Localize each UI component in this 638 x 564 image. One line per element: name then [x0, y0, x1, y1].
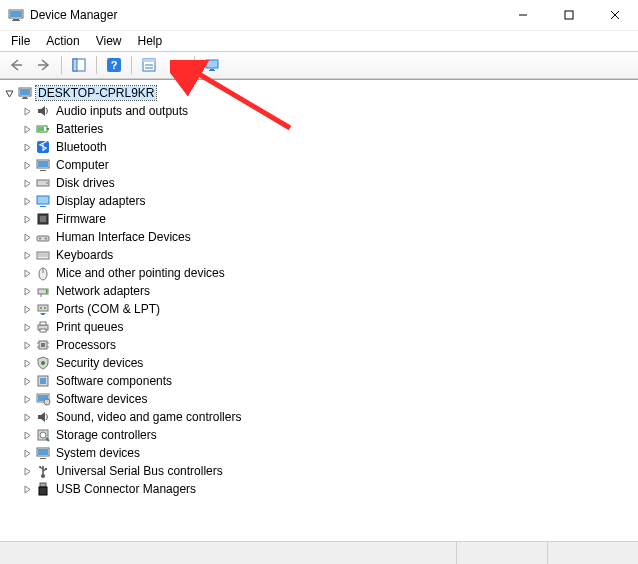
forward-button[interactable]: [31, 53, 57, 77]
expand-collapse-icon[interactable]: [20, 354, 34, 372]
svg-rect-76: [40, 483, 46, 487]
svg-rect-22: [20, 89, 30, 95]
tree-category-node[interactable]: Firmware: [20, 210, 636, 228]
expand-collapse-icon[interactable]: [20, 390, 34, 408]
tree-category-node[interactable]: Display adapters: [20, 192, 636, 210]
tree-category-label[interactable]: Ports (COM & LPT): [54, 302, 162, 316]
tree-category-label[interactable]: Computer: [54, 158, 111, 172]
expand-collapse-icon[interactable]: [20, 228, 34, 246]
system-icon: [35, 445, 51, 461]
svg-rect-34: [37, 196, 49, 204]
expand-collapse-icon[interactable]: [20, 426, 34, 444]
tree-category-label[interactable]: Security devices: [54, 356, 145, 370]
tree-category-node[interactable]: Batteries: [20, 120, 636, 138]
tree-category-label[interactable]: Batteries: [54, 122, 105, 136]
expand-collapse-icon[interactable]: [20, 156, 34, 174]
tree-category-node[interactable]: Mice and other pointing devices: [20, 264, 636, 282]
expand-collapse-icon[interactable]: [20, 300, 34, 318]
network-icon: [35, 283, 51, 299]
tree-category-label[interactable]: Print queues: [54, 320, 125, 334]
expand-collapse-icon[interactable]: [20, 264, 34, 282]
expand-collapse-icon[interactable]: [20, 192, 34, 210]
tree-category-label[interactable]: Firmware: [54, 212, 108, 226]
tree-category-label[interactable]: Storage controllers: [54, 428, 159, 442]
expand-collapse-icon[interactable]: [20, 210, 34, 228]
tree-category-label[interactable]: Disk drives: [54, 176, 117, 190]
tree-category-node[interactable]: System devices: [20, 444, 636, 462]
tree-category-node[interactable]: Sound, video and game controllers: [20, 408, 636, 426]
tree-category-label[interactable]: Human Interface Devices: [54, 230, 193, 244]
tree-category-label[interactable]: Universal Serial Bus controllers: [54, 464, 225, 478]
help-button[interactable]: ?: [101, 53, 127, 77]
expand-collapse-icon[interactable]: [20, 444, 34, 462]
expand-collapse-icon[interactable]: [20, 246, 34, 264]
show-hide-console-tree-button[interactable]: [66, 53, 92, 77]
tree-category-node[interactable]: Storage controllers: [20, 426, 636, 444]
tree-category-label[interactable]: Sound, video and game controllers: [54, 410, 243, 424]
maximize-button[interactable]: [546, 0, 592, 30]
tree-category-node[interactable]: Network adapters: [20, 282, 636, 300]
tree-category-label[interactable]: Display adapters: [54, 194, 147, 208]
tree-category-node[interactable]: Universal Serial Bus controllers: [20, 462, 636, 480]
expand-collapse-icon[interactable]: [20, 138, 34, 156]
expand-collapse-icon[interactable]: [20, 174, 34, 192]
tree-category-node[interactable]: Software components: [20, 372, 636, 390]
tree-category-node[interactable]: Disk drives: [20, 174, 636, 192]
tree-category-label[interactable]: Keyboards: [54, 248, 115, 262]
expand-collapse-icon[interactable]: [2, 84, 16, 102]
tree-category-node[interactable]: Keyboards: [20, 246, 636, 264]
expand-collapse-icon[interactable]: [20, 102, 34, 120]
tree-root-label[interactable]: DESKTOP-CPRL9KR: [36, 86, 156, 100]
properties-button[interactable]: [136, 53, 162, 77]
expand-collapse-icon[interactable]: [20, 480, 34, 498]
svg-rect-31: [40, 170, 46, 171]
tree-category-label[interactable]: Software components: [54, 374, 174, 388]
tree-category-node[interactable]: Computer: [20, 156, 636, 174]
expand-collapse-icon[interactable]: [20, 372, 34, 390]
tree-category-node[interactable]: Security devices: [20, 354, 636, 372]
window-controls: [500, 0, 638, 30]
tree-category-node[interactable]: Processors: [20, 336, 636, 354]
svg-point-72: [41, 474, 45, 478]
tree-category-label[interactable]: Mice and other pointing devices: [54, 266, 227, 280]
tree-category-node[interactable]: Ports (COM & LPT): [20, 300, 636, 318]
tree-category-label[interactable]: Bluetooth: [54, 140, 109, 154]
expand-collapse-icon[interactable]: [20, 336, 34, 354]
svg-rect-5: [565, 11, 573, 19]
expand-collapse-icon[interactable]: [20, 462, 34, 480]
svg-rect-24: [22, 98, 28, 99]
tree-category-node[interactable]: Print queues: [20, 318, 636, 336]
expand-collapse-icon[interactable]: [20, 318, 34, 336]
minimize-button[interactable]: [500, 0, 546, 30]
svg-rect-20: [209, 70, 215, 71]
menu-file[interactable]: File: [4, 33, 37, 49]
tree-category-label[interactable]: Network adapters: [54, 284, 152, 298]
tree-category-label[interactable]: Software devices: [54, 392, 149, 406]
tree-category-label[interactable]: USB Connector Managers: [54, 482, 198, 496]
expand-collapse-icon[interactable]: [20, 282, 34, 300]
tree-category-node[interactable]: Bluetooth: [20, 138, 636, 156]
device-tree[interactable]: DESKTOP-CPRL9KR Audio inputs and outputs…: [0, 80, 638, 544]
tree-category-label[interactable]: System devices: [54, 446, 142, 460]
scan-hardware-button[interactable]: [164, 53, 190, 77]
expand-collapse-icon[interactable]: [20, 408, 34, 426]
tree-category-node[interactable]: Human Interface Devices: [20, 228, 636, 246]
back-button[interactable]: [3, 53, 29, 77]
svg-rect-47: [46, 290, 47, 293]
tree-category-label[interactable]: Processors: [54, 338, 118, 352]
tree-category-node[interactable]: USB Connector Managers: [20, 480, 636, 498]
menu-view[interactable]: View: [89, 33, 129, 49]
usb-icon: [35, 463, 51, 479]
close-button[interactable]: [592, 0, 638, 30]
svg-point-50: [40, 307, 42, 309]
expand-collapse-icon[interactable]: [20, 120, 34, 138]
tree-root-node[interactable]: DESKTOP-CPRL9KR: [2, 84, 636, 102]
menu-help[interactable]: Help: [131, 33, 170, 49]
tree-category-label[interactable]: Audio inputs and outputs: [54, 104, 190, 118]
tree-category-node[interactable]: Audio inputs and outputs: [20, 102, 636, 120]
show-hidden-devices-button[interactable]: [199, 53, 225, 77]
svg-rect-49: [38, 305, 48, 311]
menu-action[interactable]: Action: [39, 33, 86, 49]
tree-category-node[interactable]: Software devices: [20, 390, 636, 408]
svg-rect-75: [45, 468, 47, 470]
